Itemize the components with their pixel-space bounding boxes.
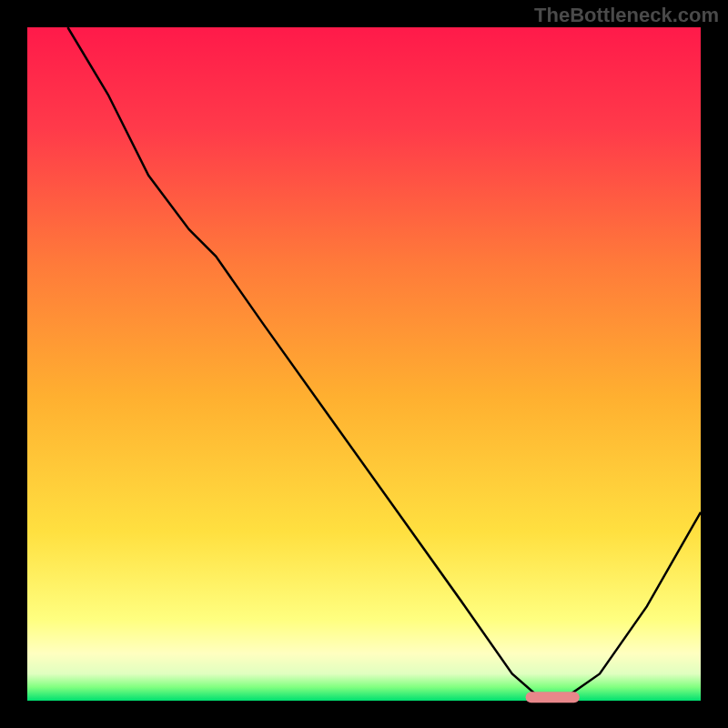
plot-background xyxy=(27,27,701,701)
bottleneck-chart xyxy=(0,0,728,728)
optimal-marker xyxy=(526,692,580,703)
watermark-text: TheBottleneck.com xyxy=(534,4,719,27)
